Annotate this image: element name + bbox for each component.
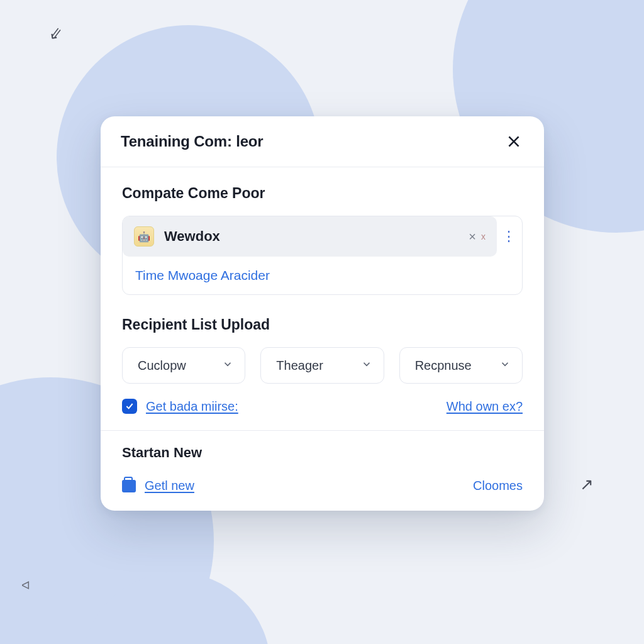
modal-body: Compate Come Poor 🤖 Wewdox × x ⋮ Time Mw… [101,167,544,431]
check-icon [125,401,135,411]
dropdown-cuclopw[interactable]: Cuclopw [122,347,245,384]
chevron-down-icon [499,358,511,373]
selected-template-chip[interactable]: 🤖 Wewdox × x [123,216,497,257]
alternate-template-link[interactable]: Time Mwoage Aracider [123,257,522,294]
modal-footer: Startan New Getl new Cloomes [101,431,544,511]
clear-template-small-icon[interactable]: x [481,231,486,242]
decorative-glyph-icon: ᐊ [21,579,30,592]
dropdown-label: Theager [276,358,323,373]
training-composer-modal: Tenaining Com: leor Compate Come Poor 🤖 … [101,116,544,511]
get-new-link[interactable]: Getl new [145,479,194,493]
get-bada-checkbox[interactable] [122,399,137,414]
template-icon: 🤖 [134,226,154,247]
dropdown-label: Cuclopw [138,358,186,373]
template-picker: 🤖 Wewdox × x ⋮ Time Mwoage Aracider [122,216,523,295]
template-name: Wewdox [164,228,220,245]
options-row: Get bada miirse: Whd own ex? [122,399,523,414]
briefcase-icon [122,480,136,492]
dropdown-label: Recpnuse [415,358,472,373]
hint-link[interactable]: Whd own ex? [447,399,523,414]
template-clear-group: × x [469,230,486,244]
section-heading-template: Compate Come Poor [122,185,523,202]
footer-left: Getl new [122,479,194,493]
template-picker-row: 🤖 Wewdox × x ⋮ [123,216,522,257]
close-icon [506,133,522,150]
dropdown-theager[interactable]: Theager [260,347,384,384]
kebab-icon: ⋮ [502,228,517,245]
template-more-menu[interactable]: ⋮ [497,228,522,245]
dropdown-recpnuse[interactable]: Recpnuse [399,347,523,384]
decorative-glyph-icon: ⇙ [48,23,64,45]
modal-header: Tenaining Com: leor [101,116,544,167]
footer-heading: Startan New [122,445,523,461]
chevron-down-icon [361,358,372,373]
checkbox-group: Get bada miirse: [122,399,238,414]
chevron-down-icon [222,358,233,373]
checkbox-label-link[interactable]: Get bada miirse: [146,399,238,414]
close-button[interactable] [502,130,525,153]
section-heading-recipients: Recipient List Upload [122,316,523,333]
decorative-glyph-icon: ↗ [580,475,594,494]
modal-title: Tenaining Com: leor [121,133,263,150]
recipient-dropdown-row: Cuclopw Theager Recpnuse [122,347,523,384]
clear-template-button[interactable]: × [469,230,476,244]
cloomes-link[interactable]: Cloomes [473,479,523,493]
footer-row: Getl new Cloomes [122,479,523,493]
